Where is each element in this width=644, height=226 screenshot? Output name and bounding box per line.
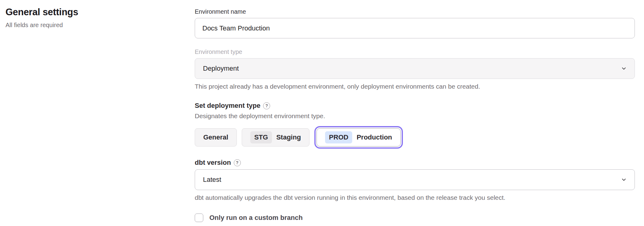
page-title: General settings xyxy=(5,6,176,18)
chevron-down-icon xyxy=(621,66,627,71)
deployment-type-production-button[interactable]: PROD Production xyxy=(317,128,401,147)
deployment-type-general-button[interactable]: General xyxy=(195,128,237,147)
environment-type-value: Deployment xyxy=(203,65,239,72)
custom-branch-checkbox[interactable] xyxy=(195,214,203,222)
settings-header: General settings All fields are required xyxy=(5,6,176,29)
environment-type-select[interactable]: Deployment xyxy=(195,58,635,79)
page-subtitle: All fields are required xyxy=(5,21,176,29)
help-icon[interactable]: ? xyxy=(234,159,241,166)
deployment-type-label: Set deployment type ? xyxy=(195,102,635,110)
custom-branch-row: Only run on a custom branch xyxy=(195,214,635,222)
custom-branch-label: Only run on a custom branch xyxy=(209,214,303,222)
help-icon[interactable]: ? xyxy=(263,102,270,109)
dbt-version-select[interactable]: Latest xyxy=(195,169,635,190)
environment-name-label: Environment name xyxy=(195,8,635,15)
chevron-down-icon xyxy=(621,177,627,182)
dbt-version-label: dbt version ? xyxy=(195,159,635,167)
dbt-version-label-text: dbt version xyxy=(195,159,231,167)
deployment-type-production-label: Production xyxy=(356,133,392,141)
dbt-version-value: Latest xyxy=(203,176,221,184)
general-settings-form: Environment name Environment type Deploy… xyxy=(195,8,635,222)
deployment-type-staging-button[interactable]: STG Staging xyxy=(242,128,309,147)
deployment-type-staging-label: Staging xyxy=(276,133,301,141)
environment-name-input[interactable] xyxy=(195,18,635,38)
environment-type-label: Environment type xyxy=(195,48,635,55)
dbt-version-helper: dbt automatically upgrades the dbt versi… xyxy=(195,194,635,201)
deployment-type-general-label: General xyxy=(203,133,228,141)
deployment-type-label-text: Set deployment type xyxy=(195,102,260,110)
staging-badge: STG xyxy=(250,131,272,143)
deployment-type-description: Designates the deployment environment ty… xyxy=(195,112,635,120)
production-badge: PROD xyxy=(325,131,353,143)
environment-type-helper: This project already has a development e… xyxy=(195,83,635,90)
deployment-type-options: General STG Staging PROD Production xyxy=(195,126,635,149)
